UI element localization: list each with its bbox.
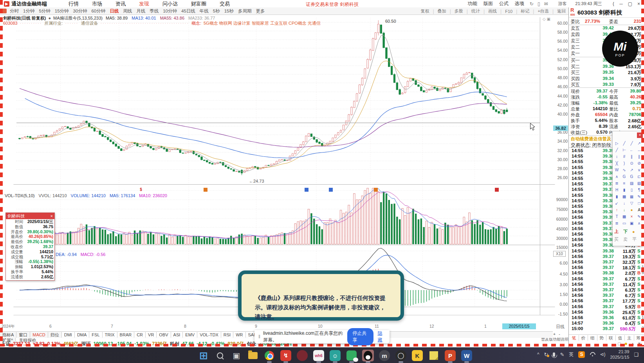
- tick-row[interactable]: 14:5639.3811.8万S: [570, 249, 643, 254]
- notification-icon[interactable]: ❑: [634, 352, 639, 358]
- drawing-tool-icon[interactable]: ▭: [621, 220, 628, 227]
- drawing-tool-icon[interactable]: T: [613, 213, 621, 220]
- menu-item[interactable]: 行情: [69, 0, 79, 7]
- indicator-tab[interactable]: VR: [146, 332, 157, 338]
- tick-row[interactable]: 14:5639.3711.4万S: [570, 282, 643, 288]
- indicator-tab[interactable]: DMI: [62, 332, 75, 338]
- drawing-tool-icon[interactable]: H: [613, 187, 621, 193]
- drawing-tool-icon[interactable]: G: [628, 173, 635, 180]
- indicator-tab[interactable]: MACD: [30, 332, 48, 338]
- tick-row[interactable]: 14:5639.3719.3万S: [570, 254, 643, 260]
- drawing-tool-icon[interactable]: ●: [628, 207, 635, 213]
- indicator-tab[interactable]: BRAR: [117, 332, 135, 338]
- period-button[interactable]: 15秒: [224, 8, 234, 14]
- period-button[interactable]: 年线: [200, 8, 209, 14]
- tick-tab[interactable]: 价: [579, 335, 588, 341]
- indicator-tab[interactable]: OBV: [157, 332, 171, 338]
- drawing-tool-icon[interactable]: ↓: [621, 207, 628, 213]
- zoom-out-button[interactable]: -: [559, 332, 560, 336]
- popup-header[interactable]: 剑桥科技 ×: [6, 213, 54, 219]
- period-button[interactable]: 60分钟: [91, 8, 105, 14]
- event-marker-icon[interactable]: [495, 188, 499, 192]
- tick-row[interactable]: 14:5639.375.9万B: [570, 304, 643, 310]
- menu-item[interactable]: 交易: [220, 0, 230, 7]
- palette-marker[interactable]: 平: [632, 236, 637, 242]
- drawing-tool-icon[interactable]: ≣: [613, 180, 621, 187]
- refresh-icon[interactable]: ↻: [530, 1, 534, 7]
- tick-row[interactable]: 14:5639.3732.3万S17: [570, 260, 643, 265]
- drawing-tool-icon[interactable]: ▮: [621, 187, 628, 193]
- window-control-icon[interactable]: ⟨: [612, 1, 614, 7]
- period-button[interactable]: 分时: [10, 8, 19, 14]
- wenhua6-icon[interactable]: wh6: [313, 350, 325, 361]
- quote-row[interactable]: 买二39.36153.1万: [570, 64, 643, 70]
- powerpoint-icon[interactable]: P: [444, 350, 456, 361]
- kuaishou-icon[interactable]: K: [411, 350, 423, 361]
- drawing-tool-icon[interactable]: ×: [628, 213, 635, 220]
- menu-item[interactable]: 问小达: [162, 0, 178, 7]
- tick-row[interactable]: 14:5639.3718.1万S17: [570, 265, 643, 271]
- drawing-tool-icon[interactable]: ╱: [621, 140, 628, 147]
- quote-row[interactable]: 买三39.3521.6万: [570, 70, 643, 76]
- drawing-tool-icon[interactable]: W: [613, 167, 621, 173]
- period-button[interactable]: 5分钟: [39, 8, 50, 14]
- indicator-tab[interactable]: TRIX: [103, 332, 117, 338]
- drawing-tool-icon[interactable]: ∥: [628, 153, 635, 160]
- period-button[interactable]: 10分钟: [163, 8, 177, 14]
- taskbar-clock[interactable]: 21:392025/1/15: [610, 349, 629, 360]
- volume-icon[interactable]: ⊲): [600, 352, 605, 357]
- renew-notice[interactable]: 自动续费通达信普及: [571, 136, 612, 142]
- drawing-tool-icon[interactable]: ▮: [613, 193, 621, 200]
- drawing-tool-icon[interactable]: ⊢: [621, 147, 628, 153]
- tick-tab[interactable]: 势: [597, 335, 607, 341]
- menu-item[interactable]: 功能: [468, 0, 477, 7]
- hide-share-button[interactable]: 隐藏: [377, 330, 386, 343]
- zoom-in-button[interactable]: +: [553, 332, 556, 336]
- tick-row[interactable]: 14:5639.376.7万S: [570, 293, 643, 299]
- tray-expand-icon[interactable]: ^: [537, 352, 539, 357]
- camera-app-icon[interactable]: ◯: [395, 350, 407, 361]
- drawing-tool-icon[interactable]: ▩: [621, 193, 628, 200]
- drawing-tool-icon[interactable]: ▣: [628, 220, 635, 227]
- palette-marker[interactable]: 上: [614, 229, 619, 234]
- tick-tab[interactable]: 联: [606, 335, 616, 341]
- drawing-tool-icon[interactable]: ∧: [613, 173, 621, 180]
- drawing-tool-icon[interactable]: G: [621, 173, 628, 180]
- drawing-tool-icon[interactable]: #: [621, 153, 628, 160]
- tick-row[interactable]: 14:5639.382.0万B5: [570, 270, 643, 276]
- indicator-tab[interactable]: FSL: [89, 332, 102, 338]
- palette-marker[interactable]: ●: [632, 229, 635, 234]
- drawing-tool-icon[interactable]: ↑: [613, 207, 621, 213]
- indicator-tab[interactable]: DMA: [75, 332, 89, 338]
- indicator-tab[interactable]: EMV: [183, 332, 197, 338]
- guest-label[interactable]: 游客: [558, 1, 567, 7]
- tick-row[interactable]: 14:5739.360.4万S: [570, 321, 643, 327]
- tick-row[interactable]: 14:5639.376.7万S: [570, 276, 643, 282]
- menu-item[interactable]: 发现: [139, 0, 149, 7]
- drawing-tool-icon[interactable]: ↙: [613, 200, 621, 207]
- toolbar-button[interactable]: 画线: [488, 8, 497, 14]
- menu-item[interactable]: 公式: [499, 0, 509, 7]
- sogou-icon[interactable]: S: [578, 351, 585, 358]
- period-button[interactable]: 季线: [150, 8, 159, 14]
- mail-icon[interactable]: ✉: [544, 1, 548, 7]
- period-button[interactable]: 1分钟: [23, 8, 34, 14]
- drawing-tool-icon[interactable]: ←: [628, 147, 635, 153]
- start-icon[interactable]: ⊞: [198, 350, 209, 361]
- event-marker-icon[interactable]: $: [139, 188, 143, 192]
- event-marker-icon[interactable]: [305, 188, 308, 192]
- menu-item[interactable]: 市场: [92, 0, 102, 7]
- quote-row[interactable]: 卖五39.4229.6万: [570, 25, 643, 31]
- palette-marker[interactable]: 下: [623, 229, 628, 234]
- indicator-tab[interactable]: ASI: [171, 332, 183, 338]
- event-marker-icon[interactable]: [329, 188, 333, 192]
- drawing-tool-icon[interactable]: ≡: [621, 180, 628, 187]
- stop-share-button[interactable]: 停止共享: [347, 328, 373, 345]
- microphone-icon[interactable]: [553, 352, 555, 357]
- period-button[interactable]: 15分钟: [55, 8, 69, 14]
- period-button[interactable]: 日线: [110, 8, 119, 14]
- drawing-tool-icon[interactable]: ▽: [628, 200, 635, 207]
- indicator-tab[interactable]: WR: [233, 332, 245, 338]
- period-button[interactable]: 5秒: [213, 8, 220, 14]
- drawing-tool-icon[interactable]: ): [621, 160, 628, 167]
